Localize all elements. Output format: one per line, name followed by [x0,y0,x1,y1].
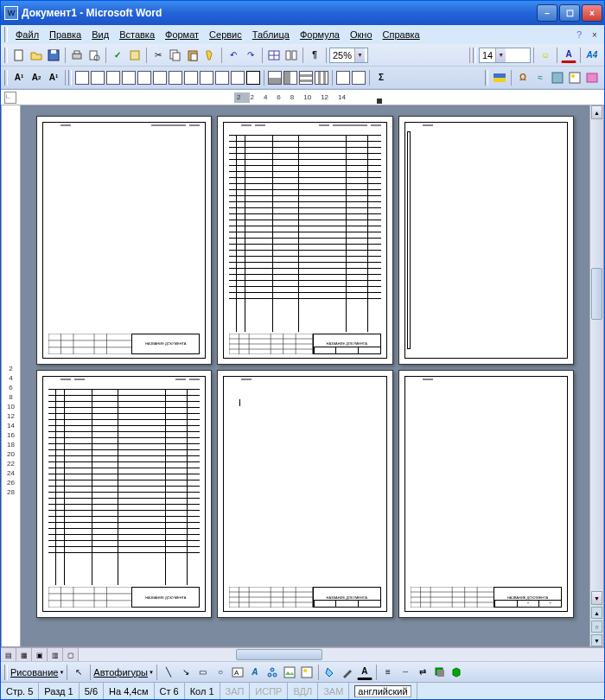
vertical-scrollbar[interactable]: ▲ ▼ ▲ ○ ▼ [589,105,603,646]
page[interactable]: НАЗВАНИЕ ДОКУМЕНТА [217,370,392,619]
status-language[interactable]: английский [349,683,417,699]
normal-view-button[interactable]: ▤ [1,648,16,662]
autosum-icon[interactable]: Σ [373,70,389,86]
menu-file[interactable]: Файл [10,28,44,41]
copy-icon[interactable] [168,48,183,63]
select-arrow-icon[interactable]: ↖ [71,665,86,680]
object-icon[interactable] [584,70,600,86]
document-area[interactable]: НАЗВАНИЕ ДОКУМЕНТА НАЗВАНИЕ ДОКУМЕНТА [21,105,589,646]
toolbar-grip[interactable] [4,665,8,680]
rectangle-icon[interactable]: ▭ [195,665,211,680]
shadow-icon[interactable] [432,665,448,680]
line-color-icon[interactable] [340,665,355,680]
page[interactable]: НАЗВАНИЕ ДОКУМЕНТА [217,116,392,365]
tab-stop[interactable] [377,99,382,104]
table-icon[interactable] [266,48,282,63]
border-icon[interactable] [169,71,182,85]
menu-formula[interactable]: Формула [295,28,345,41]
textbox-icon[interactable]: A [230,665,245,680]
toolbar-grip[interactable] [485,70,488,86]
status-ovr[interactable]: ЗАМ [318,683,349,699]
border-icon[interactable] [231,71,245,85]
border-icon[interactable] [184,71,198,85]
border-icon[interactable] [153,71,167,85]
oval-icon[interactable]: ○ [213,665,228,680]
border-icon[interactable] [246,71,260,85]
tab-selector[interactable]: ∟ [4,92,16,104]
subscript-icon[interactable]: A¹ [46,70,61,86]
open-icon[interactable] [29,48,44,63]
new-doc-icon[interactable] [11,48,27,63]
wordart-icon[interactable]: A [247,665,263,680]
menu-table[interactable]: Таблица [247,28,295,41]
border-icon[interactable] [75,71,89,85]
flag-icon[interactable] [492,70,507,86]
help-icon[interactable]: ? [571,28,587,41]
border-icon[interactable] [91,71,105,85]
symbol-icon[interactable]: ≈ [532,70,548,86]
menu-format[interactable]: Формат [160,28,204,41]
horizontal-scrollbar[interactable] [79,648,604,661]
chart-icon[interactable] [550,70,565,86]
autoshapes-menu[interactable]: Автофигуры▼ [93,667,154,678]
close-button[interactable]: × [582,4,602,22]
border-icon[interactable] [200,71,213,85]
dash-style-icon[interactable]: ┄ [398,665,413,680]
research-icon[interactable] [127,48,143,63]
page[interactable] [398,116,574,365]
undo-icon[interactable]: ↶ [226,48,241,63]
clipart-icon[interactable] [282,665,297,680]
scrollbar-thumb[interactable] [591,268,602,320]
3d-icon[interactable] [449,665,465,680]
page[interactable]: НАЗВАНИЕ ДОКУМЕНТА«« [398,370,574,619]
select-browse-object[interactable]: ○ [591,620,602,633]
table-style-icon[interactable] [268,71,282,85]
scrollbar-thumb[interactable] [236,649,322,660]
page[interactable]: НАЗВАНИЕ ДОКУМЕНТА [36,370,212,619]
outline-view-button[interactable]: ▥ [48,648,63,662]
diagram-icon[interactable] [264,665,280,680]
line-style-icon[interactable]: ≡ [380,665,396,680]
redo-icon[interactable]: ↷ [243,48,258,63]
print-view-button[interactable]: ▣ [32,648,48,662]
arrow-style-icon[interactable]: ⇄ [415,665,430,680]
picture-icon[interactable] [299,665,315,680]
doc-close-button[interactable]: × [589,29,601,41]
superscript-icon[interactable]: A¹ [11,70,27,86]
table-style-icon[interactable] [315,71,328,85]
next-page-button[interactable]: ▼ [591,634,602,646]
zoom-combo[interactable]: 25%▼ [329,48,368,63]
border-icon[interactable] [106,71,120,85]
highlight-icon[interactable]: А4 [584,48,600,63]
font-size-combo[interactable]: 14▼ [479,48,531,63]
omega-icon[interactable]: Ω [515,70,531,86]
paste-icon[interactable] [185,48,201,63]
font-color-icon[interactable]: A [561,48,576,63]
page[interactable]: НАЗВАНИЕ ДОКУМЕНТА [36,116,212,365]
border-icon[interactable] [215,71,229,85]
table-style-icon[interactable] [299,71,313,85]
toolbar-grip[interactable] [4,27,8,42]
menu-service[interactable]: Сервис [204,28,247,41]
save-icon[interactable] [46,48,61,63]
print-preview-icon[interactable] [86,48,102,63]
align-icon[interactable] [336,71,350,85]
web-view-button[interactable]: ▦ [16,648,32,662]
align-icon[interactable] [352,71,366,85]
line-icon[interactable]: ╲ [161,665,176,680]
toolbar-grip[interactable] [4,48,8,63]
minimize-button[interactable]: – [537,4,557,22]
reading-view-button[interactable]: ▢ [63,648,79,662]
status-rec[interactable]: ЗАП [220,683,251,699]
maximize-button[interactable]: ☐ [559,4,580,22]
drawing-menu[interactable]: Рисование▼ [10,667,64,678]
normal-icon[interactable]: A2 [29,70,44,86]
toolbar-grip[interactable] [68,70,72,86]
arrow-icon[interactable]: ↘ [178,665,194,680]
spellcheck-icon[interactable]: ✓ [110,48,125,63]
horizontal-ruler[interactable]: ∟ 2 2 4 6 8 10 12 14 [1,90,604,105]
cut-icon[interactable]: ✂ [150,48,166,63]
print-icon[interactable] [69,48,85,63]
scroll-up-icon[interactable]: ▲ [591,105,602,119]
menu-help[interactable]: Справка [378,28,425,41]
